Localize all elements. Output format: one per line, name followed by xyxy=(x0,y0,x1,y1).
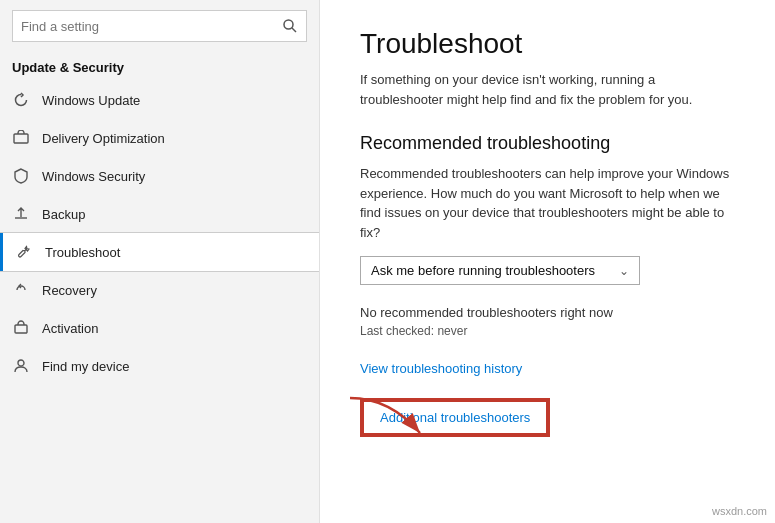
watermark: wsxdn.com xyxy=(712,505,767,517)
wrench-icon xyxy=(15,243,33,261)
svg-line-1 xyxy=(292,28,296,32)
sidebar-item-label: Windows Security xyxy=(42,169,145,184)
sidebar-item-activation[interactable]: Activation xyxy=(0,309,319,347)
dropdown-container: Ask me before running troubleshooters ⌄ xyxy=(360,256,735,285)
view-history-link[interactable]: View troubleshooting history xyxy=(360,361,522,376)
recommended-desc: Recommended troubleshooters can help imp… xyxy=(360,164,735,242)
chevron-down-icon: ⌄ xyxy=(619,264,629,278)
recommended-heading: Recommended troubleshooting xyxy=(360,133,735,154)
sidebar-item-windows-update[interactable]: Windows Update xyxy=(0,81,319,119)
sidebar-item-delivery-optimization[interactable]: Delivery Optimization xyxy=(0,119,319,157)
svg-rect-3 xyxy=(15,325,27,333)
search-icon xyxy=(282,18,298,34)
content-area: Troubleshoot If something on your device… xyxy=(320,0,775,523)
sidebar-item-find-my-device[interactable]: Find my device xyxy=(0,347,319,385)
sidebar-item-recovery[interactable]: Recovery xyxy=(0,271,319,309)
main-container: Update & Security Windows Update Deliver… xyxy=(0,0,775,523)
delivery-icon xyxy=(12,129,30,147)
page-description: If something on your device isn't workin… xyxy=(360,70,735,109)
search-container xyxy=(0,0,319,52)
additional-troubleshooters-button[interactable]: Additional troubleshooters xyxy=(362,400,548,435)
additional-btn-wrapper: Additional troubleshooters xyxy=(360,398,550,437)
sidebar-item-label: Activation xyxy=(42,321,98,336)
sidebar-item-label: Troubleshoot xyxy=(45,245,120,260)
svg-rect-2 xyxy=(14,134,28,143)
sidebar-item-label: Find my device xyxy=(42,359,129,374)
no-troubleshooters-text: No recommended troubleshooters right now xyxy=(360,305,735,320)
sidebar: Update & Security Windows Update Deliver… xyxy=(0,0,320,523)
svg-point-4 xyxy=(18,360,24,366)
sidebar-item-backup[interactable]: Backup xyxy=(0,195,319,233)
activation-icon xyxy=(12,319,30,337)
sidebar-section-title: Update & Security xyxy=(0,52,319,81)
sidebar-item-troubleshoot[interactable]: Troubleshoot xyxy=(0,233,319,271)
sidebar-item-label: Delivery Optimization xyxy=(42,131,165,146)
arrow-container: Additional troubleshooters xyxy=(360,398,735,437)
sidebar-item-windows-security[interactable]: Windows Security xyxy=(0,157,319,195)
upload-icon xyxy=(12,205,30,223)
last-checked-text: Last checked: never xyxy=(360,324,735,338)
troubleshooter-dropdown[interactable]: Ask me before running troubleshooters ⌄ xyxy=(360,256,640,285)
sidebar-item-label: Recovery xyxy=(42,283,97,298)
page-title: Troubleshoot xyxy=(360,28,735,60)
search-input[interactable] xyxy=(21,19,282,34)
dropdown-value: Ask me before running troubleshooters xyxy=(371,263,595,278)
recovery-icon xyxy=(12,281,30,299)
shield-icon xyxy=(12,167,30,185)
search-box[interactable] xyxy=(12,10,307,42)
person-icon xyxy=(12,357,30,375)
sidebar-item-label: Backup xyxy=(42,207,85,222)
svg-point-0 xyxy=(284,20,293,29)
refresh-icon xyxy=(12,91,30,109)
sidebar-item-label: Windows Update xyxy=(42,93,140,108)
